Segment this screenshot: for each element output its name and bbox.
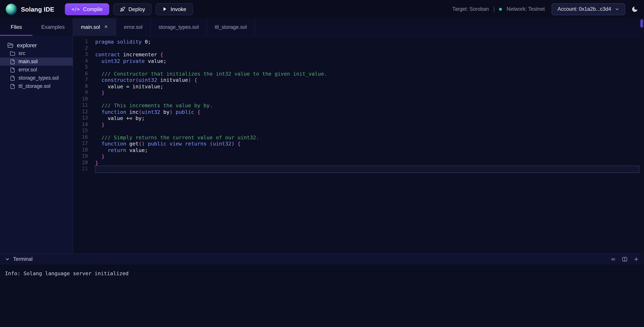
code-line[interactable]: 7 constructor(uint32 initvalue) { — [73, 77, 644, 83]
file-explorer: explorersrcmain.solerror.solstorage_type… — [0, 36, 73, 254]
code-line[interactable]: 13 value += by; — [73, 115, 644, 121]
terminal-line: Info: Solang language server initialized — [5, 270, 128, 276]
target-label: Target: Soroban — [452, 6, 489, 12]
line-number: 3 — [73, 51, 88, 58]
app-title: Solang IDE — [21, 6, 54, 12]
code-line[interactable]: 14 } — [73, 121, 644, 128]
code-line[interactable]: 16 /// Simply returns the current value … — [73, 134, 644, 140]
code-line[interactable]: 11 /// This increments the value by by. — [73, 102, 644, 108]
code-line[interactable]: 2 — [73, 45, 644, 51]
file-tree-item-src[interactable]: src — [0, 49, 73, 58]
separator: | — [493, 6, 495, 12]
top-bar: Solang IDE </> Compile Deploy Invoke Tar… — [0, 0, 644, 18]
code-text: function get() public view returns (uint… — [95, 140, 639, 147]
code-text: uint32 private value; — [95, 58, 639, 64]
compile-button[interactable]: </> Compile — [65, 3, 109, 15]
main-area: explorersrcmain.solerror.solstorage_type… — [0, 36, 644, 254]
editor-tab-storage_types.sol[interactable]: storage_types.sol — [151, 18, 207, 36]
tab-files[interactable]: Files — [0, 18, 33, 36]
editor-tab-main.sol[interactable]: main.sol✕ — [73, 18, 116, 36]
account-label: Account: 0x1a2b...c3d4 — [558, 6, 611, 12]
invoke-label: Invoke — [170, 6, 186, 12]
code-line[interactable]: 9 } — [73, 90, 644, 96]
line-number: 9 — [73, 90, 88, 96]
line-number: 5 — [73, 64, 88, 70]
deploy-button[interactable]: Deploy — [113, 3, 152, 15]
line-number: 15 — [73, 128, 88, 134]
file-tree-item-explorer[interactable]: explorer — [0, 41, 73, 49]
theme-toggle-button[interactable] — [631, 6, 638, 12]
tab-examples-label: Examples — [41, 24, 65, 30]
code-text: } — [95, 121, 639, 128]
editor-tab-ttl_storage.sol[interactable]: ttl_storage.sol — [207, 18, 255, 36]
code-lines: 1pragma solidity 0;23contract incremente… — [73, 38, 644, 172]
code-line[interactable]: 3contract incrementer { — [73, 51, 644, 58]
code-line[interactable]: 10 — [73, 96, 644, 102]
code-line[interactable]: 12 function inc(uint32 by) public { — [73, 108, 644, 115]
app-window: Solang IDE </> Compile Deploy Invoke Tar… — [0, 0, 644, 327]
split-terminal-icon[interactable] — [622, 256, 628, 262]
code-line[interactable]: 15 — [73, 128, 644, 134]
line-number: 10 — [73, 96, 88, 102]
file-tree-label: main.sol — [18, 59, 38, 64]
code-line[interactable]: 19 } — [73, 153, 644, 160]
code-text: /// Simply returns the current value of … — [95, 134, 639, 140]
line-number: 18 — [73, 147, 88, 153]
deploy-label: Deploy — [128, 6, 145, 12]
folder-open-icon — [7, 42, 14, 48]
compile-label: Compile — [83, 6, 102, 12]
code-text: } — [95, 153, 639, 160]
code-text — [95, 96, 639, 102]
invoke-button[interactable]: Invoke — [156, 3, 193, 15]
line-number: 7 — [73, 77, 88, 83]
file-icon — [10, 76, 15, 81]
editor-tab-error.sol[interactable]: error.sol — [116, 18, 151, 36]
tab-bar: Files Examples main.sol✕error.solstorage… — [0, 18, 644, 36]
file-tree-item-error.sol[interactable]: error.sol — [0, 66, 73, 74]
file-icon — [10, 67, 15, 72]
line-number: 14 — [73, 121, 88, 128]
code-line[interactable]: 5 — [73, 64, 644, 70]
terminal-header: Terminal — [0, 254, 644, 265]
terminal-output[interactable]: Info: Solang language server initialized — [0, 264, 644, 327]
account-button[interactable]: Account: 0x1a2b...c3d4 — [552, 3, 625, 15]
tab-examples[interactable]: Examples — [33, 18, 74, 36]
code-line[interactable]: 18 return value; — [73, 147, 644, 153]
brand: Solang IDE — [6, 4, 54, 14]
scrollbar-thumb[interactable] — [640, 19, 643, 28]
code-line[interactable]: 17 function get() public view returns (u… — [73, 140, 644, 147]
line-number: 8 — [73, 83, 88, 90]
code-line[interactable]: 1pragma solidity 0; — [73, 38, 644, 45]
file-tree-label: ttl_storage.sol — [18, 84, 50, 89]
page-scrollbar[interactable] — [640, 18, 644, 327]
editor-tab-label: error.sol — [124, 24, 142, 30]
minimize-terminal-icon[interactable] — [610, 256, 616, 262]
code-editor[interactable]: 1pragma solidity 0;23contract incremente… — [73, 36, 644, 254]
file-icon — [10, 59, 15, 64]
sidebar-tabs: Files Examples — [0, 18, 73, 36]
line-number: 20 — [73, 160, 88, 166]
file-tree-item-main.sol[interactable]: main.sol — [0, 58, 73, 66]
code-text: /// This increments the value by by. — [95, 102, 639, 108]
network-label: Network: Testnet — [506, 6, 545, 12]
line-number: 16 — [73, 134, 88, 140]
chevron-down-icon — [615, 7, 619, 11]
code-line[interactable]: 8 value = initvalue; — [73, 83, 644, 90]
terminal-panel: Terminal Info: Solang language server in… — [0, 254, 644, 327]
line-number: 4 — [73, 58, 88, 64]
close-tab-icon[interactable]: ✕ — [104, 24, 108, 30]
code-line[interactable]: 20} — [73, 160, 644, 166]
terminal-title: Terminal — [13, 256, 32, 262]
code-text: constructor(uint32 initvalue) { — [95, 77, 639, 83]
code-text: /// Constructor that initializes the int… — [95, 70, 639, 77]
code-line[interactable]: 6 /// Constructor that initializes the i… — [73, 70, 644, 77]
code-text — [95, 166, 639, 172]
file-tree-item-storage_types.sol[interactable]: storage_types.sol — [0, 74, 73, 82]
new-terminal-icon[interactable] — [633, 256, 639, 262]
collapse-terminal-icon[interactable] — [5, 257, 10, 262]
code-line[interactable]: 4 uint32 private value; — [73, 58, 644, 64]
line-number: 17 — [73, 140, 88, 147]
file-tree-item-ttl_storage.sol[interactable]: ttl_storage.sol — [0, 82, 73, 90]
file-tree-label: explorer — [17, 42, 37, 48]
code-line-current[interactable]: 21 — [73, 166, 644, 172]
